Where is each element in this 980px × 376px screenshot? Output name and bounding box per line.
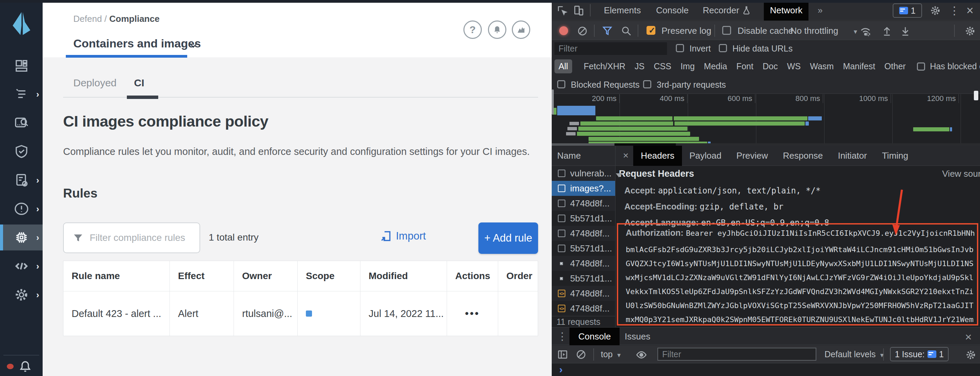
usage-button[interactable] [512, 21, 530, 39]
network-request-row[interactable]: images?... [552, 181, 615, 196]
tab-ci[interactable]: CI [134, 77, 144, 89]
drawer-tab-console[interactable]: Console [570, 328, 620, 345]
network-conditions-button[interactable] [859, 25, 872, 38]
sidebar-item-dashboard[interactable] [0, 53, 43, 79]
preserve-log-label[interactable]: Preserve log [662, 25, 711, 36]
resource-type-chip[interactable]: WS [787, 61, 801, 71]
col-owner[interactable]: Owner [234, 261, 298, 291]
resource-type-chip[interactable]: Doc [762, 61, 778, 71]
network-request-row[interactable]: 5b571d1... [552, 241, 615, 256]
sidebar-item-compliance[interactable]: › [0, 167, 43, 193]
network-request-row[interactable]: 4748d8f... [552, 301, 615, 316]
resource-type-chip[interactable]: Font [736, 61, 753, 71]
sidebar-item-scanning-active[interactable]: › [0, 225, 43, 250]
preserve-log-checkbox[interactable] [646, 26, 655, 35]
chip-all[interactable]: All [554, 59, 572, 73]
record-button[interactable] [559, 26, 568, 35]
tab-preview[interactable]: Preview [729, 146, 775, 166]
resource-type-chip[interactable]: Manifest [843, 61, 875, 71]
close-detail-icon[interactable]: × [623, 150, 628, 161]
network-request-row[interactable]: 4748d8f... [552, 256, 615, 271]
scrollbar-corner-thumb[interactable] [974, 91, 978, 100]
console-filter-input[interactable] [657, 348, 816, 361]
resource-type-chip[interactable]: JS [635, 61, 644, 71]
resource-type-chip[interactable]: Other [885, 61, 906, 71]
tab-response[interactable]: Response [775, 146, 830, 166]
invert-checkbox[interactable] [676, 44, 684, 52]
more-tabs-button[interactable]: » [811, 0, 829, 21]
network-request-row[interactable]: 5b571d1... [552, 211, 615, 226]
name-column-header[interactable]: Name [552, 146, 616, 166]
export-har-button[interactable] [899, 25, 911, 37]
network-filter-toggle[interactable] [601, 25, 613, 37]
drawer-close-icon[interactable]: × [965, 330, 972, 344]
breadcrumb-section[interactable]: Defend [73, 14, 102, 24]
import-har-button[interactable] [881, 25, 893, 37]
tab-payload[interactable]: Payload [682, 146, 729, 166]
clear-network-log-button[interactable] [577, 25, 588, 37]
col-scope[interactable]: Scope [298, 261, 360, 291]
view-source-link[interactable]: View sour [942, 169, 980, 179]
sidebar-item-events[interactable]: › [0, 196, 43, 222]
console-prompt-row[interactable]: › [552, 364, 980, 376]
network-filter-input[interactable] [554, 42, 667, 55]
third-party-checkbox[interactable] [643, 80, 651, 88]
drawer-menu-icon[interactable]: ⋮ [557, 330, 567, 342]
network-settings-button[interactable] [964, 25, 976, 37]
network-request-row[interactable]: 5b571d1... [552, 271, 615, 286]
console-eye-button[interactable] [636, 349, 647, 361]
has-blocked-cookies-label[interactable]: Has blocked cookies [930, 61, 980, 71]
network-request-row[interactable]: 4748d8f... [552, 286, 615, 301]
console-settings-button[interactable] [965, 349, 977, 361]
resource-type-chip[interactable]: CSS [654, 61, 671, 71]
blocked-requests-label[interactable]: Blocked Requests [571, 80, 640, 90]
resource-type-chip[interactable]: Media [704, 61, 727, 71]
devtools-tab-network[interactable]: Network [764, 0, 808, 21]
network-request-row[interactable]: vulnerab... [552, 166, 615, 181]
devtools-tab-console[interactable]: Console [650, 0, 695, 21]
help-button[interactable]: ? [463, 21, 482, 39]
network-request-row[interactable]: 4748d8f... [552, 196, 615, 211]
sidebar-item-image-scanning[interactable] [0, 110, 43, 136]
network-request-row[interactable]: 4748d8f... [552, 226, 615, 241]
console-sidebar-toggle[interactable] [557, 349, 568, 360]
has-blocked-cookies-checkbox[interactable] [917, 62, 925, 71]
sidebar-item-integrations[interactable]: › [0, 253, 43, 279]
resource-type-chip[interactable]: Fetch/XHR [584, 61, 625, 71]
col-modified[interactable]: Modified [360, 261, 447, 291]
devtools-menu-button[interactable]: ⋮ [949, 4, 960, 17]
resource-type-chip[interactable]: Wasm [810, 61, 834, 71]
clear-console-button[interactable] [576, 349, 587, 360]
notifications-button[interactable] [488, 21, 506, 39]
sidebar-bell[interactable] [18, 359, 34, 374]
throttling-select[interactable]: No throttling▼ [791, 25, 858, 36]
third-party-label[interactable]: 3rd-party requests [657, 80, 726, 90]
hide-data-urls-label[interactable]: Hide data URLs [732, 44, 792, 54]
tab-timing[interactable]: Timing [874, 146, 916, 166]
log-levels-select[interactable]: Default levels▼ [824, 349, 885, 359]
disclosure-triangle-icon[interactable] [616, 173, 622, 177]
disable-cache-label[interactable]: Disable cache [738, 25, 793, 36]
devtools-tab-elements[interactable]: Elements [598, 0, 647, 21]
row-actions-button[interactable]: ••• [465, 308, 480, 319]
sidebar-item-policies[interactable]: › [0, 81, 43, 107]
device-toolbar-button[interactable] [573, 5, 584, 16]
sysdig-logo[interactable] [0, 8, 43, 39]
devtools-close-button[interactable]: × [966, 3, 974, 18]
vertical-scrollbar-thumb[interactable] [552, 89, 554, 115]
policy-type-selector[interactable]: Containers and images [73, 37, 201, 50]
import-button[interactable]: Import [380, 230, 426, 242]
network-search-button[interactable] [620, 25, 632, 37]
issue-badge-button[interactable]: 1 Issue: 1 [890, 347, 949, 361]
hide-data-urls-checkbox[interactable] [719, 44, 727, 52]
context-selector[interactable]: top▼ [601, 349, 622, 359]
devtools-settings-button[interactable] [929, 5, 941, 16]
cell-rule-name[interactable]: Default 423 - alert ... [64, 292, 170, 336]
disable-cache-checkbox[interactable] [722, 26, 731, 35]
sidebar-item-settings[interactable]: › [0, 282, 43, 308]
drawer-tab-issues[interactable]: Issues [616, 328, 659, 345]
resource-type-chip[interactable]: Img [681, 61, 695, 71]
table-row[interactable]: Default 423 - alert ... Alert rtulsani@.… [64, 292, 538, 336]
inspect-element-button[interactable] [557, 5, 568, 16]
col-effect[interactable]: Effect [170, 261, 234, 291]
